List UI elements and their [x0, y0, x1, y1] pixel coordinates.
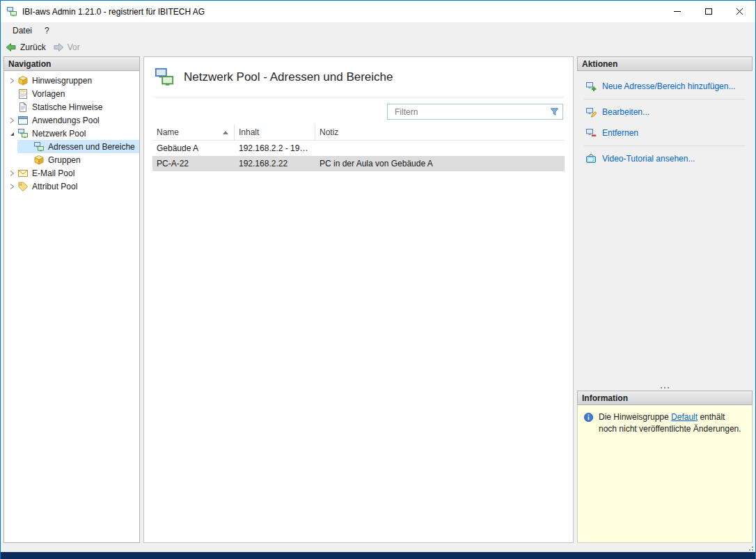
action-remove[interactable]: Entfernen	[584, 123, 746, 143]
forward-label: Vor	[68, 42, 80, 52]
tree-item-email-pool[interactable]: E-Mail Pool	[4, 166, 139, 180]
page-title: Netzwerk Pool - Adressen und Bereiche	[184, 70, 393, 84]
tree-item-attribut-pool[interactable]: Attribut Pool	[4, 180, 139, 193]
splitter-dot	[664, 387, 666, 388]
tag-icon	[17, 181, 29, 192]
navigation-panel: Navigation Hinweisgruppen Vorlagen Stati…	[3, 56, 140, 543]
back-button[interactable]: Zurück	[6, 42, 46, 53]
separator	[584, 99, 746, 100]
tree-item-vorlagen[interactable]: Vorlagen	[4, 87, 139, 100]
column-header-label: Inhalt	[239, 127, 259, 137]
table-row-pc-a-22[interactable]: PC-A-22 192.168.2.22 PC in der Aula von …	[152, 156, 565, 171]
chevron-expanded-icon[interactable]	[6, 128, 17, 139]
main-panel: Netzwerk Pool - Adressen und Bereiche Na…	[143, 56, 574, 543]
cell-inhalt: 192.168.2.2 - 192.16...	[235, 143, 315, 153]
tree-item-label: E-Mail Pool	[32, 168, 74, 178]
table-header-row: Name Inhalt Notiz	[152, 125, 565, 141]
template-icon	[17, 88, 29, 100]
remove-network-icon	[585, 127, 597, 139]
close-icon	[736, 8, 743, 15]
network-icon	[17, 128, 29, 139]
action-video-tutorial[interactable]: Video-Tutorial ansehen...	[584, 148, 746, 169]
forward-arrow-icon	[53, 42, 64, 53]
cube-icon	[17, 75, 29, 86]
sort-ascending-icon	[223, 131, 228, 134]
tree-item-label: Vorlagen	[32, 89, 65, 99]
table-row-gebaeude-a[interactable]: Gebäude A 192.168.2.2 - 192.16...	[152, 141, 565, 156]
window-bottom-edge	[1, 552, 755, 559]
tree-item-statische-hinweise[interactable]: Statische Hinweise	[4, 100, 139, 113]
column-header-notiz[interactable]: Notiz	[315, 125, 565, 140]
window-title: IBI-aws Admin 1.21.0 - registriert für I…	[22, 7, 205, 17]
navigation-tree: Hinweisgruppen Vorlagen Statische Hinwei…	[3, 71, 140, 543]
filter-row	[154, 104, 563, 120]
menu-bar: Datei ?	[1, 22, 755, 38]
information-body: Die Hinweisgruppe Default enthält noch n…	[577, 405, 753, 543]
tree-item-label: Statische Hinweise	[32, 102, 102, 112]
tree-item-label: Netzwerk Pool	[32, 129, 86, 139]
app-window: IBI-aws Admin 1.21.0 - registriert für I…	[0, 0, 756, 559]
title-bar: IBI-aws Admin 1.21.0 - registriert für I…	[1, 1, 755, 22]
forward-button[interactable]: Vor	[53, 42, 80, 53]
page-icon	[17, 102, 29, 113]
column-header-label: Name	[157, 127, 179, 137]
actions-body: Neue Adresse/Bereich hinzufügen... Bearb…	[577, 71, 753, 384]
tree-item-netzwerk-pool[interactable]: Netzwerk Pool	[4, 127, 139, 140]
cell-inhalt: 192.168.2.22	[235, 159, 315, 168]
chevron-right-icon[interactable]	[6, 181, 17, 191]
tree-item-label: Gruppen	[48, 155, 81, 165]
minimize-button[interactable]	[661, 1, 693, 22]
resize-grip-icon[interactable]	[747, 544, 754, 551]
close-button[interactable]	[724, 1, 755, 22]
filter-funnel-icon[interactable]	[549, 107, 560, 117]
actions-panel: Aktionen Neue Adresse/Bereich hinzufügen…	[577, 56, 753, 384]
action-edit[interactable]: Bearbeiten...	[584, 102, 746, 123]
page-title-icon	[154, 67, 175, 88]
cell-notiz: PC in der Aula von Gebäude A	[315, 159, 565, 168]
action-add-address[interactable]: Neue Adresse/Bereich hinzufügen...	[584, 76, 746, 97]
tree-item-anwendungs-pool[interactable]: Anwendungs Pool	[4, 113, 139, 127]
menu-item-help[interactable]: ?	[38, 24, 56, 38]
chevron-placeholder	[6, 88, 17, 99]
info-icon	[583, 412, 594, 423]
splitter-handle[interactable]	[577, 384, 753, 391]
action-label: Bearbeiten...	[602, 107, 649, 117]
information-header: Information	[577, 391, 753, 405]
action-label: Entfernen	[602, 128, 638, 138]
column-header-name[interactable]: Name	[152, 125, 235, 140]
tree-item-gruppen[interactable]: Gruppen	[17, 153, 139, 166]
action-label: Video-Tutorial ansehen...	[602, 154, 695, 164]
address-table: Name Inhalt Notiz Gebäude A 192.168.2.2 …	[152, 125, 565, 535]
info-text-before: Die Hinweisgruppe	[599, 412, 671, 422]
action-label: Neue Adresse/Bereich hinzufügen...	[602, 81, 735, 91]
splitter-dot	[668, 387, 669, 388]
chevron-right-icon[interactable]	[6, 75, 17, 86]
default-group-link[interactable]: Default	[671, 412, 698, 422]
content-area: Navigation Hinweisgruppen Vorlagen Stati…	[1, 56, 755, 543]
tree-item-hinweisgruppen[interactable]: Hinweisgruppen	[4, 74, 139, 87]
cell-name: Gebäude A	[152, 143, 235, 153]
app-icon	[6, 6, 17, 17]
chevron-right-icon[interactable]	[6, 168, 17, 178]
menu-item-datei[interactable]: Datei	[6, 24, 38, 38]
navigation-header: Navigation	[3, 56, 140, 71]
tree-item-adressen-und-bereiche[interactable]: Adressen und Bereiche	[17, 140, 139, 153]
minimize-icon	[674, 11, 681, 12]
tree-item-label: Adressen und Bereiche	[48, 142, 135, 152]
nav-toolbar: Zurück Vor	[1, 38, 755, 56]
back-arrow-icon	[6, 42, 17, 53]
back-label: Zurück	[20, 42, 46, 52]
filter-input[interactable]	[387, 104, 563, 120]
information-message: Die Hinweisgruppe Default enthält noch n…	[599, 411, 743, 435]
column-header-inhalt[interactable]: Inhalt	[235, 125, 315, 140]
chevron-placeholder	[6, 102, 17, 112]
chevron-right-icon[interactable]	[6, 115, 17, 125]
separator	[584, 145, 746, 146]
cube-icon	[33, 155, 45, 166]
page-header: Netzwerk Pool - Adressen und Bereiche	[152, 63, 565, 97]
information-panel: Information Die Hinweisgruppe Default en…	[577, 391, 753, 543]
maximize-button[interactable]	[693, 1, 724, 22]
cell-name: PC-A-22	[152, 159, 235, 168]
network-icon	[33, 141, 45, 152]
maximize-icon	[705, 8, 712, 15]
